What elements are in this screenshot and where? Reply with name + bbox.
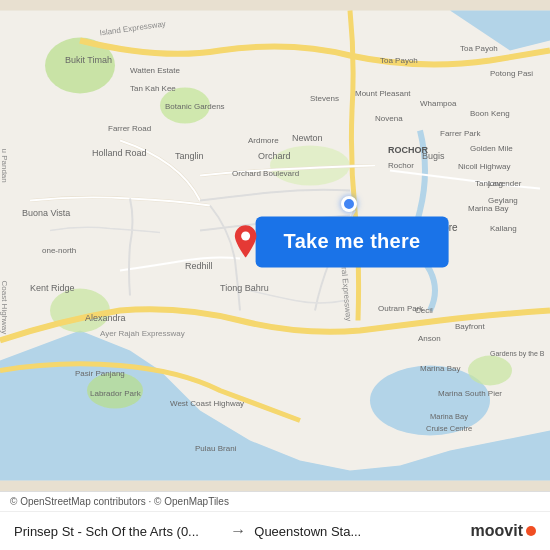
svg-text:Bayfront: Bayfront: [455, 322, 486, 331]
svg-text:Toa Payoh: Toa Payoh: [380, 56, 418, 65]
map-container: Bukit Timah Watten Estate Tan Kah Kee Bo…: [0, 0, 550, 491]
moovit-text: moovit: [471, 522, 523, 540]
svg-text:Geylang: Geylang: [488, 196, 518, 205]
button-overlay: Take me there: [232, 216, 449, 267]
location-pin-icon: [232, 223, 260, 259]
svg-text:Novena: Novena: [375, 114, 403, 123]
svg-point-65: [241, 232, 250, 241]
svg-text:Stevens: Stevens: [310, 94, 339, 103]
svg-text:Marina Bay: Marina Bay: [430, 412, 468, 421]
svg-text:Ayer Rajah Expressway: Ayer Rajah Expressway: [100, 329, 185, 338]
svg-text:Golden Mile: Golden Mile: [470, 144, 513, 153]
svg-text:West Coast Highway: West Coast Highway: [170, 399, 244, 408]
bottom-bar: © OpenStreetMap contributors · © OpenMap…: [0, 491, 550, 550]
svg-text:Pasir Panjang: Pasir Panjang: [75, 369, 125, 378]
svg-text:Watten Estate: Watten Estate: [130, 66, 181, 75]
svg-text:Marina Bay: Marina Bay: [468, 204, 508, 213]
route-arrow: →: [230, 522, 246, 540]
svg-text:Pulau Brani: Pulau Brani: [195, 444, 237, 453]
svg-text:Bukit Timah: Bukit Timah: [65, 55, 112, 65]
svg-text:Kent Ridge: Kent Ridge: [30, 283, 75, 293]
svg-text:u Pandan: u Pandan: [0, 149, 9, 183]
svg-text:Rochor: Rochor: [388, 161, 414, 170]
svg-text:Ardmore: Ardmore: [248, 136, 279, 145]
svg-text:Boon Keng: Boon Keng: [470, 109, 510, 118]
svg-text:Marina Bay: Marina Bay: [420, 364, 460, 373]
moovit-dot-icon: [526, 526, 536, 536]
svg-text:Redhill: Redhill: [185, 261, 213, 271]
destination-station: Queenstown Sta...: [254, 524, 462, 539]
svg-text:Nicoll Highway: Nicoll Highway: [458, 162, 510, 171]
svg-text:Cecil: Cecil: [415, 306, 433, 315]
take-me-there-button[interactable]: Take me there: [256, 216, 449, 267]
osm-attribution: © OpenStreetMap contributors · © OpenMap…: [0, 492, 550, 512]
svg-text:Mount Pleasant: Mount Pleasant: [355, 89, 411, 98]
origin-station: Prinsep St - Sch Of the Arts (0...: [14, 524, 222, 539]
svg-text:Lavender: Lavender: [488, 179, 522, 188]
svg-text:Orchard: Orchard: [258, 151, 291, 161]
svg-text:Buona Vista: Buona Vista: [22, 208, 70, 218]
svg-text:Potong Pasi: Potong Pasi: [490, 69, 533, 78]
svg-text:Tan Kah Kee: Tan Kah Kee: [130, 84, 176, 93]
app: Bukit Timah Watten Estate Tan Kah Kee Bo…: [0, 0, 550, 550]
svg-text:Farrer Park: Farrer Park: [440, 129, 481, 138]
svg-point-8: [468, 356, 512, 386]
moovit-logo: moovit: [471, 522, 536, 540]
svg-text:Farrer Road: Farrer Road: [108, 124, 151, 133]
svg-text:Tiong Bahru: Tiong Bahru: [220, 283, 269, 293]
svg-text:Gardens by the B: Gardens by the B: [490, 350, 545, 358]
svg-text:Alexandra: Alexandra: [85, 313, 126, 323]
route-bar: Prinsep St - Sch Of the Arts (0... → Que…: [0, 512, 550, 550]
svg-text:Kallang: Kallang: [490, 224, 517, 233]
svg-text:Bugis: Bugis: [422, 151, 445, 161]
svg-text:Tanglin: Tanglin: [175, 151, 204, 161]
svg-text:Holland Road: Holland Road: [92, 148, 147, 158]
svg-text:Botanic Gardens: Botanic Gardens: [165, 102, 225, 111]
svg-text:Newton: Newton: [292, 133, 323, 143]
svg-text:Toa Payoh: Toa Payoh: [460, 44, 498, 53]
svg-text:Labrador Park: Labrador Park: [90, 389, 142, 398]
osm-text: © OpenStreetMap contributors · © OpenMap…: [10, 496, 229, 507]
svg-text:Whampoa: Whampoa: [420, 99, 457, 108]
svg-text:Anson: Anson: [418, 334, 441, 343]
svg-text:Cruise Centre: Cruise Centre: [426, 424, 472, 433]
svg-text:Coast Highway: Coast Highway: [0, 281, 9, 335]
svg-text:Marina South Pier: Marina South Pier: [438, 389, 502, 398]
svg-text:one-north: one-north: [42, 246, 76, 255]
svg-text:Orchard Boulevard: Orchard Boulevard: [232, 169, 299, 178]
